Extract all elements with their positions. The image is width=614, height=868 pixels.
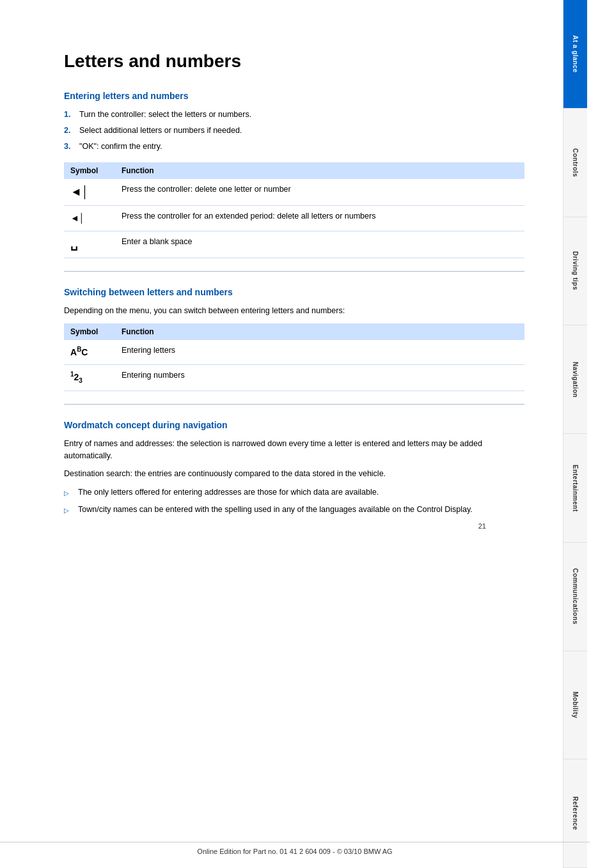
table-row: ␣ Enter a blank space — [64, 231, 524, 258]
step-number-3: 3. — [64, 141, 77, 153]
delete-short-icon: ◄│ — [70, 185, 89, 198]
switching-table-col2: Function — [115, 323, 524, 340]
main-content: Letters and numbers Entering letters and… — [0, 0, 563, 868]
table-row: 123 Entering numbers — [64, 365, 524, 391]
entering-table-col2: Function — [115, 162, 524, 179]
entering-heading: Entering letters and numbers — [64, 91, 524, 101]
bullet-item-1: ▷ The only letters offered for entering … — [64, 486, 524, 499]
sidebar-label-entertainment: Entertainment — [572, 465, 579, 512]
table-row: ABC Entering letters — [64, 340, 524, 365]
page-container: Letters and numbers Entering letters and… — [0, 0, 614, 868]
step-number-1: 1. — [64, 109, 77, 121]
bullet-item-2: ▷ Town/city names can be entered with th… — [64, 504, 524, 516]
arrow-right-icon-2: ▷ — [64, 506, 74, 516]
switching-table: Symbol Function ABC Entering letters 123… — [64, 323, 524, 391]
function-delete-short: Press the controller: delete one letter … — [115, 179, 524, 206]
symbol-delete-short: ◄│ — [64, 179, 115, 206]
sidebar-label-communications: Communications — [572, 568, 579, 624]
sidebar-item-controls[interactable]: Controls — [563, 109, 587, 217]
bullet-text-2: Town/city names can be entered with the … — [78, 504, 473, 516]
sidebar-item-driving-tips[interactable]: Driving tips — [563, 217, 587, 326]
num-icon: 123 — [70, 372, 83, 382]
symbol-abc: ABC — [64, 340, 115, 365]
wordmatch-para1: Entry of names and addresses: the select… — [64, 438, 524, 462]
symbol-delete-long: ◄│ — [64, 206, 115, 231]
page-footer: Online Edition for Part no. 01 41 2 604 … — [0, 842, 590, 855]
sidebar-label-reference: Reference — [572, 796, 579, 830]
step-1: 1. Turn the controller: select the lette… — [64, 109, 524, 121]
sidebar: At a glance Controls Driving tips Naviga… — [563, 0, 587, 868]
symbol-123: 123 — [64, 365, 115, 391]
step-text-2: Select additional letters or numbers if … — [79, 125, 242, 137]
section-divider-2 — [64, 404, 524, 405]
bullet-text-1: The only letters offered for entering ad… — [78, 486, 379, 499]
symbol-space: ␣ — [64, 231, 115, 258]
arrow-right-icon-1: ▷ — [64, 488, 74, 499]
function-123: Entering numbers — [115, 365, 524, 391]
step-number-2: 2. — [64, 125, 77, 137]
table-row: ◄│ Press the controller for an extended … — [64, 206, 524, 231]
step-2: 2. Select additional letters or numbers … — [64, 125, 524, 137]
section-divider-1 — [64, 271, 524, 272]
sidebar-item-navigation[interactable]: Navigation — [563, 325, 587, 434]
delete-long-icon: ◄│ — [70, 213, 85, 223]
footer-text: Online Edition for Part no. 01 41 2 604 … — [197, 848, 392, 855]
sidebar-item-entertainment[interactable]: Entertainment — [563, 434, 587, 543]
switching-body: Depending on the menu, you can switch be… — [64, 305, 524, 317]
page-number-area: 21 — [64, 522, 524, 530]
step-text-3: "OK": confirm the entry. — [79, 141, 162, 153]
switching-table-col1: Symbol — [64, 323, 115, 340]
sidebar-label-navigation: Navigation — [572, 362, 579, 398]
wordmatch-heading: Wordmatch concept during navigation — [64, 420, 524, 430]
function-space: Enter a blank space — [115, 231, 524, 258]
sidebar-label-at-a-glance: At a glance — [572, 35, 579, 73]
entering-table-col1: Symbol — [64, 162, 115, 179]
page-number: 21 — [478, 522, 486, 530]
sidebar-label-controls: Controls — [572, 148, 579, 177]
function-delete-long: Press the controller for an extended per… — [115, 206, 524, 231]
wordmatch-bullets: ▷ The only letters offered for entering … — [64, 486, 524, 516]
sidebar-item-mobility[interactable]: Mobility — [563, 651, 587, 760]
switching-heading: Switching between letters and numbers — [64, 287, 524, 297]
step-3: 3. "OK": confirm the entry. — [64, 141, 524, 153]
table-row: ◄│ Press the controller: delete one lett… — [64, 179, 524, 206]
abc-icon: ABC — [70, 347, 88, 357]
sidebar-item-communications[interactable]: Communications — [563, 543, 587, 651]
function-abc: Entering letters — [115, 340, 524, 365]
entering-table: Symbol Function ◄│ Press the controller:… — [64, 162, 524, 258]
page-title: Letters and numbers — [64, 51, 524, 72]
sidebar-label-mobility: Mobility — [572, 692, 579, 718]
space-icon: ␣ — [70, 238, 77, 251]
sidebar-item-at-a-glance[interactable]: At a glance — [563, 0, 587, 109]
step-text-1: Turn the controller: select the letters … — [79, 109, 251, 121]
wordmatch-para2: Destination search: the entries are cont… — [64, 468, 524, 480]
entering-steps-list: 1. Turn the controller: select the lette… — [64, 109, 524, 152]
sidebar-label-driving-tips: Driving tips — [572, 251, 579, 290]
